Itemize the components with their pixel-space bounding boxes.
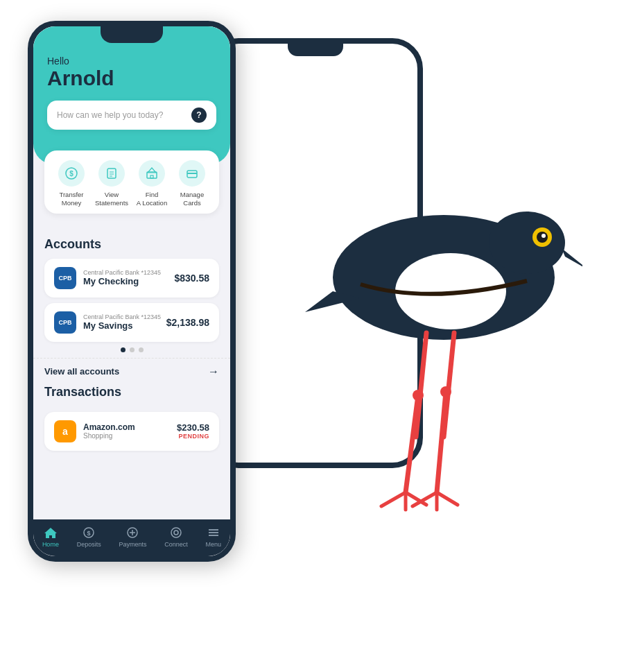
action-location[interactable]: FindA Location xyxy=(132,160,172,208)
svg-marker-31 xyxy=(44,528,57,538)
svg-text:$: $ xyxy=(87,530,91,537)
view-all-accounts[interactable]: View all accounts → xyxy=(33,358,230,385)
quick-actions: $ TransferMoney ViewStatements xyxy=(44,150,219,214)
nav-payments-label: Payments xyxy=(119,541,146,548)
nav-deposits[interactable]: $ Deposits xyxy=(77,526,101,548)
svg-point-5 xyxy=(541,234,546,238)
action-cards[interactable]: ManageCards xyxy=(172,160,212,208)
transaction-amazon[interactable]: a Amazon.com Shopping $230.58 PENDING xyxy=(44,412,219,451)
dot-2 xyxy=(130,347,135,352)
view-all-label: View all accounts xyxy=(44,366,119,377)
dot-1 xyxy=(121,347,125,352)
action-statements[interactable]: ViewStatements xyxy=(92,160,132,208)
account-checking[interactable]: CPB Central Pacific Bank *12345 My Check… xyxy=(44,259,219,298)
svg-rect-22 xyxy=(107,169,116,178)
statements-icon xyxy=(98,160,125,187)
cpb-logo-checking: CPB xyxy=(54,267,76,289)
transfer-icon: $ xyxy=(58,160,85,187)
nav-menu-label: Menu xyxy=(206,541,222,548)
transactions-title: Transactions xyxy=(44,385,219,399)
account-savings[interactable]: CPB Central Pacific Bank *12345 My Savin… xyxy=(44,303,219,342)
nav-home[interactable]: Home xyxy=(42,526,59,548)
nav-connect-label: Connect xyxy=(164,541,188,548)
svg-text:$: $ xyxy=(69,170,73,178)
account-info-savings: Central Pacific Bank *12345 My Savings xyxy=(83,313,166,331)
view-all-arrow-icon: → xyxy=(208,365,219,378)
accounts-section: Accounts CPB Central Pacific Bank *12345… xyxy=(33,226,230,358)
account-balance-savings: $2,138.98 xyxy=(166,317,209,328)
help-button[interactable]: ? xyxy=(191,107,207,123)
transaction-info: Amazon.com Shopping xyxy=(83,422,177,440)
action-transfer[interactable]: $ TransferMoney xyxy=(51,160,92,208)
svg-marker-6 xyxy=(562,248,582,270)
account-balance-checking: $830.58 xyxy=(174,273,209,284)
cpb-logo-savings: CPB xyxy=(54,311,76,334)
cards-label: ManageCards xyxy=(180,191,204,208)
svg-point-38 xyxy=(174,531,178,535)
svg-line-13 xyxy=(437,392,446,492)
nav-menu[interactable]: Menu xyxy=(206,526,222,548)
search-bar[interactable]: How can we help you today? ? xyxy=(47,101,216,130)
greeting-hello: Hello xyxy=(47,55,216,67)
phone-header: Hello Arnold How can we help you today? … xyxy=(33,26,230,164)
accounts-title: Accounts xyxy=(44,237,219,252)
bottom-nav: Home $ Deposits Payments xyxy=(33,519,230,556)
search-placeholder: How can we help you today? xyxy=(57,110,163,120)
account-info-checking: Central Pacific Bank *12345 My Checking xyxy=(83,269,174,286)
cards-icon xyxy=(179,160,205,187)
location-icon xyxy=(139,160,165,187)
phone-screen: Hello Arnold How can we help you today? … xyxy=(33,26,230,556)
account-name-checking: My Checking xyxy=(83,276,174,286)
phone-notch xyxy=(101,26,163,43)
amazon-icon: a xyxy=(54,420,76,442)
greeting-name: Arnold xyxy=(47,67,216,89)
statements-label: ViewStatements xyxy=(95,191,128,208)
account-bank-savings: Central Pacific Bank *12345 xyxy=(83,313,166,320)
nav-payments[interactable]: Payments xyxy=(119,526,146,548)
account-bank-checking: Central Pacific Bank *12345 xyxy=(83,269,174,276)
transaction-right: $230.58 PENDING xyxy=(177,422,209,440)
dot-3 xyxy=(139,347,144,352)
account-name-savings: My Savings xyxy=(83,320,166,331)
phone-front: Hello Arnold How can we help you today? … xyxy=(28,21,236,562)
transaction-merchant: Amazon.com xyxy=(83,422,177,432)
svg-line-19 xyxy=(437,492,458,505)
nav-deposits-label: Deposits xyxy=(77,541,101,548)
location-label: FindA Location xyxy=(137,191,167,208)
svg-line-8 xyxy=(416,333,426,437)
pagination-dots xyxy=(44,347,219,352)
svg-line-12 xyxy=(406,395,418,492)
transaction-category: Shopping xyxy=(83,432,177,440)
bird-illustration xyxy=(291,139,582,555)
svg-point-37 xyxy=(171,528,181,537)
nav-connect[interactable]: Connect xyxy=(164,526,188,548)
transaction-amount: $230.58 xyxy=(177,422,209,433)
phone-back-notch xyxy=(288,41,343,56)
svg-point-2 xyxy=(489,212,565,274)
svg-line-14 xyxy=(381,492,406,506)
scene: Hello Arnold How can we help you today? … xyxy=(0,0,624,672)
nav-home-label: Home xyxy=(42,541,59,548)
transaction-status: PENDING xyxy=(177,433,209,440)
transfer-label: TransferMoney xyxy=(59,191,83,208)
